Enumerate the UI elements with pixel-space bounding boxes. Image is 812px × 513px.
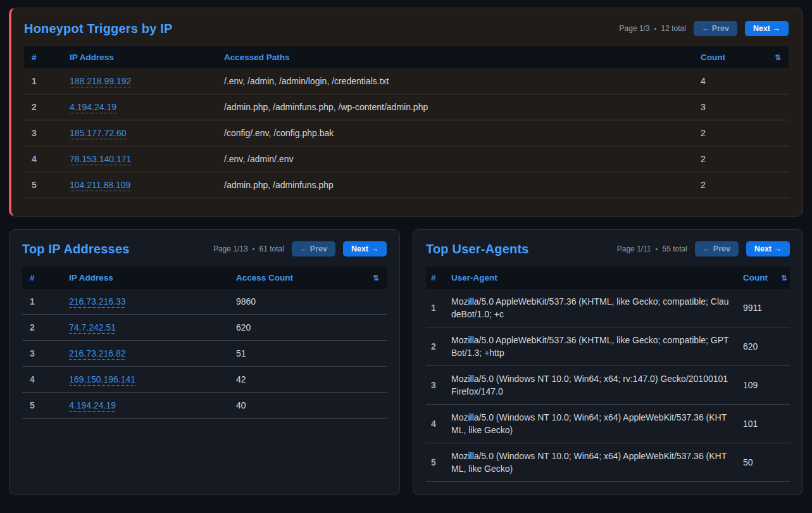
prev-page-button[interactable]: ← Prev: [694, 21, 737, 36]
panel-top-user-agents: Top User-Agents Page 1/11 • 55 total ← P…: [413, 229, 803, 495]
table-row: 1Mozilla/5.0 AppleWebKit/537.36 (KHTML, …: [426, 289, 790, 327]
ip-link[interactable]: 216.73.216.33: [69, 296, 126, 307]
column-header-ip: IP Address: [61, 267, 228, 289]
table-header: #User-AgentCount⇅: [426, 267, 790, 289]
column-header-count: Access Count: [228, 267, 368, 289]
count-cell: 9911: [738, 289, 776, 327]
panel-honeypot-triggers: Honeypot Triggers by IP Page 1/3 • 12 to…: [9, 8, 803, 217]
ip-link[interactable]: 78.153.140.171: [70, 154, 131, 164]
count-cell: 109: [738, 366, 776, 405]
panel-title: Top IP Addresses: [22, 242, 130, 256]
ip-cell: 185.177.72.60: [62, 120, 216, 146]
table-body: 1Mozilla/5.0 AppleWebKit/537.36 (KHTML, …: [426, 289, 790, 482]
spacer-cell: [766, 94, 789, 120]
ip-link[interactable]: 104.211.88.109: [70, 180, 130, 190]
table-header: #IP AddressAccessed PathsCount⇅: [24, 46, 789, 68]
page-info: Page 1/11 • 55 total: [617, 244, 687, 253]
prev-page-button[interactable]: ← Prev: [292, 241, 335, 256]
column-header-count: Count: [693, 46, 766, 68]
header-row: #User-AgentCount⇅: [426, 267, 790, 289]
num-cell: 5: [22, 393, 61, 419]
num-cell: 1: [22, 289, 61, 315]
num-cell: 2: [24, 94, 62, 120]
bullet-separator: •: [656, 245, 658, 253]
column-header-num: #: [24, 46, 62, 68]
num-cell: 1: [24, 68, 62, 94]
spacer-cell: [368, 341, 387, 367]
sort-icon[interactable]: ⇅: [766, 46, 789, 68]
panel-top-ip-addresses: Top IP Addresses Page 1/13 • 61 total ← …: [9, 229, 400, 495]
sort-icon[interactable]: ⇅: [368, 267, 387, 289]
ip-cell: 4.194.24.19: [62, 94, 216, 120]
column-header-num: #: [22, 267, 61, 289]
panel-title: Honeypot Triggers by IP: [24, 22, 173, 36]
next-page-button[interactable]: Next →: [746, 241, 790, 256]
table-row: 3Mozilla/5.0 (Windows NT 10.0; Win64; x6…: [426, 366, 790, 405]
spacer-cell: [368, 393, 387, 419]
bottom-panels-row: Top IP Addresses Page 1/13 • 61 total ← …: [9, 229, 803, 495]
page-number-text: Page 1/11: [617, 244, 651, 253]
ip-cell: 169.150.196.141: [61, 367, 228, 393]
spacer-cell: [766, 146, 789, 172]
panel-header: Top User-Agents Page 1/11 • 55 total ← P…: [426, 241, 790, 256]
page-number-text: Page 1/3: [620, 24, 650, 33]
prev-page-button[interactable]: ← Prev: [695, 241, 739, 256]
table-row: 5Mozilla/5.0 (Windows NT 10.0; Win64; x6…: [426, 443, 790, 482]
num-cell: 2: [22, 315, 61, 341]
paths-cell: /config/.env, /config.php.bak: [216, 120, 693, 146]
page-info: Page 1/13 • 61 total: [213, 244, 284, 253]
spacer-cell: [766, 172, 789, 198]
ip-cell: 216.73.216.82: [61, 341, 228, 367]
spacer-cell: [776, 289, 790, 327]
table-body: 1216.73.216.339860274.7.242.516203216.73…: [22, 289, 387, 419]
spacer-cell: [776, 405, 790, 443]
count-cell: 2: [693, 120, 766, 146]
ip-link[interactable]: 169.150.196.141: [69, 374, 135, 384]
num-cell: 3: [22, 341, 61, 367]
bullet-separator: •: [253, 245, 255, 253]
ip-cell: 4.194.24.19: [61, 393, 228, 419]
pagination: Page 1/3 • 12 total ← Prev Next →: [620, 21, 789, 36]
count-cell: 4: [693, 68, 766, 94]
count-cell: 42: [228, 367, 368, 393]
num-cell: 4: [22, 367, 61, 393]
ip-link[interactable]: 4.194.24.19: [70, 102, 116, 112]
num-cell: 4: [426, 405, 446, 443]
pagination: Page 1/13 • 61 total ← Prev Next →: [213, 241, 387, 256]
next-page-button[interactable]: Next →: [343, 241, 387, 256]
ip-cell: 104.211.88.109: [62, 172, 216, 198]
ua-cell: Mozilla/5.0 (Windows NT 10.0; Win64; x64…: [446, 405, 738, 443]
ip-link[interactable]: 4.194.24.19: [69, 400, 116, 410]
ip-link[interactable]: 216.73.216.82: [69, 348, 126, 358]
num-cell: 3: [24, 120, 62, 146]
num-cell: 5: [24, 172, 62, 198]
panel-title: Top User-Agents: [426, 242, 529, 256]
ip-cell: 74.7.242.51: [61, 315, 228, 341]
column-header-paths: Accessed Paths: [216, 46, 693, 68]
ua-cell: Mozilla/5.0 AppleWebKit/537.36 (KHTML, l…: [446, 289, 738, 327]
table-header: #IP AddressAccess Count⇅: [22, 267, 387, 289]
count-cell: 101: [738, 405, 776, 443]
next-page-button[interactable]: Next →: [745, 21, 789, 36]
count-cell: 40: [228, 393, 368, 419]
ip-link[interactable]: 188.218.99.192: [70, 76, 131, 86]
table-row: 274.7.242.51620: [22, 315, 387, 341]
table-row: 54.194.24.1940: [22, 393, 387, 419]
count-cell: 50: [738, 443, 776, 482]
header-row: #IP AddressAccess Count⇅: [22, 267, 387, 289]
count-cell: 51: [228, 341, 368, 367]
paths-cell: /admin.php, /adminfuns.php: [216, 172, 693, 198]
column-header-count: Count: [738, 267, 776, 289]
table-row: 1188.218.99.192/.env, /admin, /admin/log…: [24, 68, 789, 94]
spacer-cell: [766, 68, 789, 94]
sort-icon[interactable]: ⇅: [776, 267, 790, 289]
top-ips-table: #IP AddressAccess Count⇅ 1216.73.216.339…: [22, 267, 387, 419]
num-cell: 1: [426, 289, 446, 327]
table-row: 4169.150.196.14142: [22, 367, 387, 393]
ip-link[interactable]: 185.177.72.60: [70, 128, 127, 138]
ua-cell: Mozilla/5.0 AppleWebKit/537.36 (KHTML, l…: [446, 327, 738, 366]
ip-link[interactable]: 74.7.242.51: [69, 322, 116, 332]
count-cell: 3: [693, 94, 766, 120]
total-count-text: 61 total: [259, 244, 284, 253]
table-row: 4Mozilla/5.0 (Windows NT 10.0; Win64; x6…: [426, 405, 790, 443]
